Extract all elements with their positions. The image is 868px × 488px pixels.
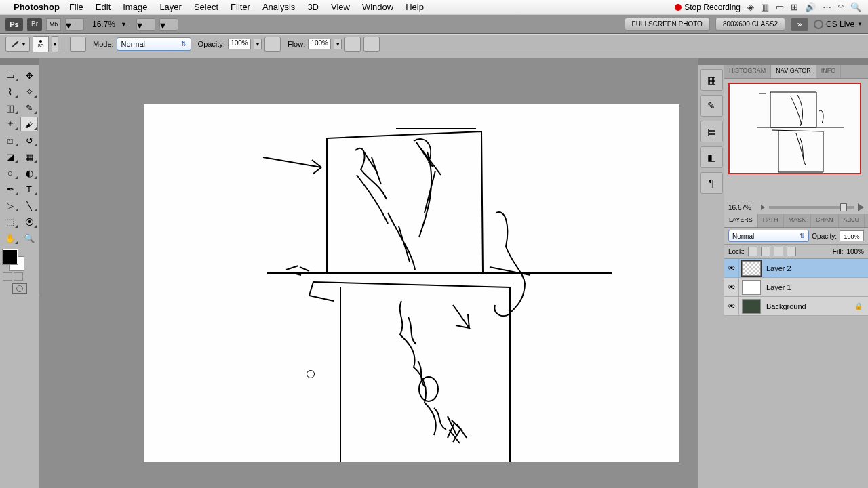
- zoom-dropdown-icon[interactable]: ▼: [121, 21, 127, 28]
- move-tool[interactable]: ✥: [20, 68, 38, 83]
- visibility-toggle[interactable]: 👁: [724, 297, 739, 316]
- history-brush-tool[interactable]: ↺: [20, 133, 38, 148]
- tab-adjustments[interactable]: ADJU: [839, 214, 865, 227]
- tab-histogram[interactable]: HISTOGRAM: [724, 65, 771, 78]
- status-icon-1[interactable]: ◈: [747, 2, 754, 12]
- bridge-button[interactable]: Br: [27, 18, 42, 30]
- visibility-toggle[interactable]: 👁: [724, 278, 739, 297]
- tab-channels[interactable]: CHAN: [811, 214, 839, 227]
- lock-pixels-button[interactable]: [761, 247, 770, 256]
- eraser-tool[interactable]: ◪: [1, 149, 19, 164]
- canvas-area[interactable]: [39, 58, 698, 488]
- stamp-tool[interactable]: ⏍: [1, 133, 19, 148]
- healing-tool[interactable]: ⌖: [1, 117, 19, 131]
- screen-mode-2[interactable]: ▾: [159, 18, 178, 30]
- lock-position-button[interactable]: [774, 247, 783, 256]
- panel-icon-1[interactable]: ▦: [700, 69, 723, 91]
- size-pressure-toggle[interactable]: [363, 37, 380, 52]
- lock-transparency-button[interactable]: [748, 247, 757, 256]
- strip-grip[interactable]: [698, 58, 724, 65]
- opacity-dropdown[interactable]: ▼: [254, 39, 262, 49]
- zoom-out-icon[interactable]: [761, 205, 765, 210]
- display-icon[interactable]: ▭: [776, 2, 784, 12]
- 3d-camera-tool[interactable]: ⦿: [20, 214, 38, 229]
- color-swatches[interactable]: [0, 248, 39, 272]
- layer-thumbnail[interactable]: [742, 280, 761, 295]
- flow-dropdown[interactable]: ▼: [334, 39, 342, 49]
- menu-window[interactable]: Window: [362, 2, 393, 12]
- lock-all-button[interactable]: [787, 247, 796, 256]
- panel-icon-3[interactable]: ▤: [700, 121, 723, 142]
- opacity-pressure-toggle[interactable]: [264, 37, 281, 52]
- view-options-drop[interactable]: ▾: [65, 18, 84, 30]
- status-icon-3[interactable]: ⊞: [791, 2, 798, 12]
- brush-preset-dropdown[interactable]: ▼: [52, 36, 58, 52]
- layer-name[interactable]: Layer 2: [764, 264, 868, 272]
- tab-paths[interactable]: PATH: [758, 214, 784, 227]
- zoom-level-text[interactable]: 16.7%: [92, 20, 115, 29]
- zoom-tool[interactable]: 🔍: [20, 230, 38, 245]
- marquee-tool[interactable]: ▭: [1, 68, 19, 83]
- menu-view[interactable]: View: [331, 2, 350, 12]
- layer-row[interactable]: 👁 Background 🔒: [724, 297, 868, 316]
- tab-masks[interactable]: MASK: [784, 214, 812, 227]
- panel-icon-2[interactable]: ✎: [700, 95, 723, 117]
- menu-edit[interactable]: Edit: [96, 2, 111, 12]
- quick-mask-toggle[interactable]: [0, 281, 39, 297]
- dodge-tool[interactable]: ◐: [20, 165, 38, 180]
- layer-thumbnail[interactable]: [742, 261, 761, 276]
- flow-input[interactable]: 100%: [308, 39, 331, 49]
- swap-colors-button[interactable]: [14, 272, 23, 281]
- wifi-icon[interactable]: ⌔: [838, 2, 844, 12]
- eyedropper-tool[interactable]: ✎: [20, 100, 38, 115]
- tab-info[interactable]: INFO: [816, 65, 842, 78]
- cs-live-button[interactable]: CS Live ▼: [814, 20, 863, 29]
- right-panel-grip[interactable]: [724, 58, 868, 65]
- menu-layer[interactable]: Layer: [159, 2, 182, 12]
- screen-mode-1[interactable]: ▾: [136, 18, 155, 30]
- blend-mode-select[interactable]: Normal ⇅: [117, 37, 191, 51]
- navigator-zoom-value[interactable]: 16.67%: [728, 204, 757, 211]
- photoshop-icon[interactable]: Ps: [5, 18, 23, 30]
- brush-tool[interactable]: 🖌: [20, 117, 38, 131]
- visibility-toggle[interactable]: 👁: [724, 259, 739, 278]
- layer-row[interactable]: 👁 Layer 1: [724, 278, 868, 297]
- app-name[interactable]: Photoshop: [14, 2, 60, 12]
- layer-fill-input[interactable]: 100%: [846, 248, 864, 256]
- menu-select[interactable]: Select: [194, 2, 218, 12]
- minibridge-button[interactable]: Mb: [46, 18, 61, 30]
- workspace-next-button[interactable]: »: [791, 18, 808, 30]
- magic-wand-tool[interactable]: ✧: [20, 84, 38, 99]
- menu-file[interactable]: File: [69, 2, 83, 12]
- path-select-tool[interactable]: ▷: [1, 198, 19, 213]
- screen-record-button[interactable]: Stop Recording: [675, 3, 741, 12]
- layer-thumbnail[interactable]: [742, 299, 761, 314]
- brush-preset-picker[interactable]: 80: [33, 36, 49, 52]
- layer-name[interactable]: Background: [764, 302, 854, 310]
- lasso-tool[interactable]: ⌇: [1, 84, 19, 99]
- panel-icon-4[interactable]: ◧: [700, 146, 723, 168]
- tool-preset-picker[interactable]: ▼: [5, 37, 30, 52]
- navigator-zoom-slider[interactable]: [769, 206, 854, 209]
- tab-layers[interactable]: LAYERS: [724, 214, 758, 227]
- panel-icon-5[interactable]: ¶: [700, 172, 723, 194]
- pen-tool[interactable]: ✒: [1, 182, 19, 197]
- layer-opacity-input[interactable]: 100%: [840, 230, 864, 241]
- workspace-fullscreen-button[interactable]: FULLSCREEN PHOTO: [625, 18, 710, 30]
- document-canvas[interactable]: [144, 104, 679, 462]
- type-tool[interactable]: T: [20, 182, 38, 197]
- menu-help[interactable]: Help: [406, 2, 424, 12]
- opacity-input[interactable]: 100%: [228, 39, 251, 49]
- airbrush-toggle[interactable]: [344, 37, 361, 52]
- default-colors-button[interactable]: [3, 272, 12, 281]
- workspace-class-button[interactable]: 800X600 CLASS2: [715, 18, 785, 30]
- tools-panel-grip[interactable]: [0, 58, 39, 65]
- status-icon-2[interactable]: ▥: [761, 2, 769, 12]
- zoom-in-icon[interactable]: [858, 203, 864, 211]
- brush-panel-toggle[interactable]: [70, 37, 86, 52]
- menu-filter[interactable]: Filter: [231, 2, 250, 12]
- navigator-thumbnail[interactable]: [728, 83, 861, 174]
- menu-analysis[interactable]: Analysis: [262, 2, 295, 12]
- volume-icon[interactable]: 🔊: [805, 2, 816, 12]
- blur-tool[interactable]: ○: [1, 165, 19, 180]
